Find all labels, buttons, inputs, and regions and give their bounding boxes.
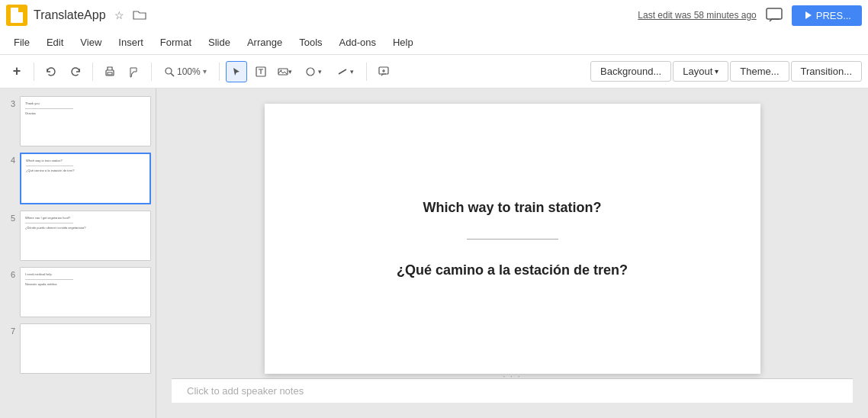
svg-point-9 — [307, 68, 314, 76]
menu-slide[interactable]: Slide — [201, 34, 238, 51]
slide-item-6: 6 I need medical help Necesito ayuda méd… — [3, 265, 153, 319]
menu-tools[interactable]: Tools — [291, 34, 330, 51]
slide-thumb-6[interactable]: I need medical help Necesito ayuda médic… — [20, 267, 151, 317]
slide-thumb-4[interactable]: Which way to train station? ¿Qué camino … — [20, 153, 151, 204]
svg-rect-3 — [108, 72, 112, 75]
star-icon[interactable]: ☆ — [112, 8, 127, 23]
menu-addons[interactable]: Add-ons — [332, 34, 384, 51]
shape-tool[interactable]: ▾ — [299, 63, 328, 80]
layout-button[interactable]: Layout ▾ — [673, 61, 728, 82]
toolbar: + 100% ▾ — [0, 55, 868, 88]
slide-content: Which way to train station? ¿Qué camino … — [381, 185, 643, 294]
svg-rect-0 — [767, 8, 782, 19]
transition-button[interactable]: Transition... — [791, 61, 862, 82]
print-button[interactable] — [99, 61, 121, 82]
paint-format-button[interactable] — [124, 61, 145, 82]
separator-1 — [34, 63, 34, 81]
comment-button[interactable] — [763, 4, 786, 27]
theme-button[interactable]: Theme... — [730, 61, 789, 82]
background-button[interactable]: Background... — [590, 61, 671, 82]
app-title: TranslateApp — [34, 8, 106, 22]
menu-view[interactable]: View — [72, 34, 109, 51]
menu-arrange[interactable]: Arrange — [240, 34, 290, 51]
menu-format[interactable]: Format — [153, 34, 199, 51]
redo-button[interactable] — [65, 61, 86, 82]
slide-toolbar-right: Background... Layout ▾ Theme... Transiti… — [590, 61, 862, 82]
last-edit-text[interactable]: Last edit was 58 minutes ago — [638, 10, 756, 21]
text-tool[interactable] — [250, 61, 272, 82]
svg-line-5 — [171, 73, 174, 76]
slide-thumb-5[interactable]: Where can I get vegetarian food? ¿Dónde … — [20, 211, 151, 261]
line-tool[interactable]: ▾ — [331, 63, 360, 80]
menu-help[interactable]: Help — [385, 34, 421, 51]
slide-item-7: 7 — [3, 322, 153, 375]
notes-placeholder: Click to add speaker notes — [187, 385, 304, 397]
select-tool[interactable] — [226, 61, 247, 82]
menu-edit[interactable]: Edit — [39, 34, 71, 51]
title-icons: ☆ — [112, 8, 147, 23]
canvas-area: Which way to train station? ¿Qué camino … — [156, 88, 868, 418]
present-button[interactable]: PRES... — [792, 5, 862, 26]
folder-icon[interactable] — [132, 8, 147, 23]
app-icon — [6, 5, 27, 26]
title-bar: TranslateApp ☆ Last edit was 58 minutes … — [0, 0, 868, 31]
slide-thumb-3[interactable]: Thank you Gracias — [20, 96, 151, 146]
separator-2 — [92, 63, 93, 81]
main-area: 3 Thank you Gracias 4 Which way to train… — [0, 88, 868, 418]
add-button[interactable]: + — [6, 61, 27, 82]
menu-insert[interactable]: Insert — [111, 34, 151, 51]
separator-3 — [151, 63, 152, 81]
undo-button[interactable] — [40, 61, 62, 82]
svg-marker-1 — [805, 11, 812, 19]
separator-5 — [366, 63, 367, 81]
menu-bar: File Edit View Insert Format Slide Arran… — [0, 31, 868, 55]
slide-panel: 3 Thank you Gracias 4 Which way to train… — [0, 88, 156, 418]
title-bar-right: Last edit was 58 minutes ago PRES... — [638, 4, 862, 27]
slide-item-4: 4 Which way to train station? ¿Qué camin… — [3, 151, 153, 206]
zoom-control[interactable]: 100% ▾ — [158, 63, 213, 80]
separator-4 — [219, 63, 220, 81]
slide-thumb-7[interactable] — [20, 323, 151, 374]
image-tool[interactable]: ▾ — [275, 61, 296, 82]
notes-area[interactable]: Click to add speaker notes — [172, 378, 853, 403]
slide-canvas[interactable]: Which way to train station? ¿Qué camino … — [265, 104, 760, 374]
svg-point-4 — [166, 68, 172, 74]
slide-item-5: 5 Where can I get vegetarian food? ¿Dónd… — [3, 209, 153, 262]
slide-divider — [467, 239, 558, 240]
slide-english-text: Which way to train station? — [397, 200, 628, 216]
add-comment-button[interactable] — [373, 61, 394, 82]
slide-spanish-text: ¿Qué camino a la estación de tren? — [397, 262, 628, 278]
slide-item-3: 3 Thank you Gracias — [3, 95, 153, 148]
menu-file[interactable]: File — [6, 34, 37, 51]
svg-line-10 — [339, 69, 346, 74]
